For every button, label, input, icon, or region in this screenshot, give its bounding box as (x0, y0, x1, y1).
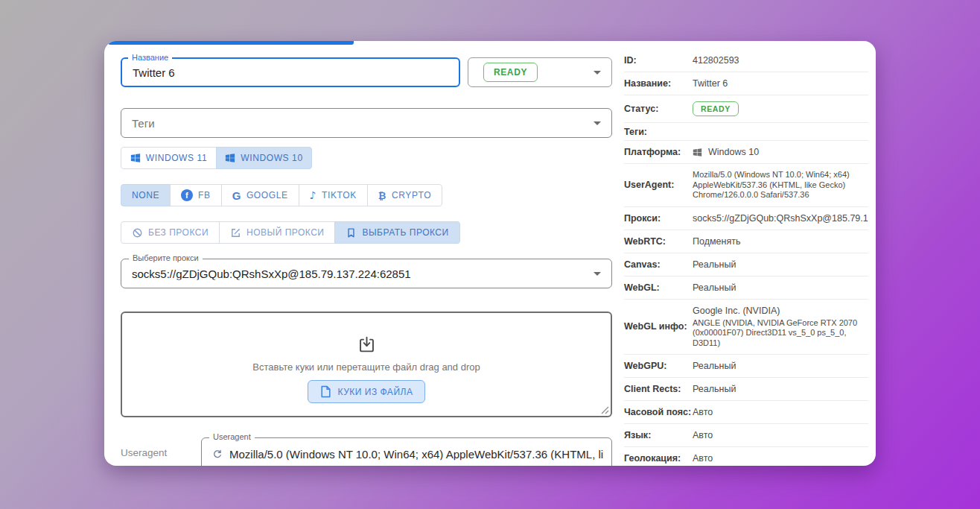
useragent-field-label: Useragent (209, 432, 255, 441)
summary-row-id: ID: 412802593 (624, 47, 868, 72)
summary-row-webrtc: WebRTC: Подменять (624, 230, 868, 253)
preset-google-button[interactable]: GOOGLE (221, 184, 299, 206)
row-label: ID: (624, 55, 693, 66)
preset-tab-group: NONE FB GOOGLE TIKTOK CRYPTO (121, 184, 442, 206)
row-label: Client Rects: (624, 384, 693, 394)
refresh-icon[interactable] (212, 449, 223, 459)
summary-row-webgl: WebGL: Реальный (624, 276, 868, 300)
no-proxy-label: БЕЗ ПРОКСИ (148, 227, 209, 238)
windows-11-label: WINDOWS 11 (146, 153, 207, 163)
webgl-vendor: Google Inc. (NVIDIA) (693, 306, 868, 316)
row-value: Реальный (693, 282, 868, 293)
bitcoin-icon (378, 190, 386, 201)
platform-value: Windows 10 (708, 147, 759, 157)
row-value: Авто (693, 430, 868, 440)
proxy-select-label: Выберите прокси (129, 253, 203, 262)
bookmark-icon (346, 227, 357, 238)
windows-logo-icon (225, 153, 235, 163)
proxy-select-value: socks5://gZDjGQub:QRshSxXp@185.79.137.22… (132, 268, 586, 280)
summary-row-webgpu: WebGPU: Реальный (624, 355, 868, 378)
summary-row-platform: Платформа: Windows 10 (624, 141, 868, 164)
summary-row-geolocation: Геолокация: Авто (624, 447, 868, 466)
cookies-from-file-label: КУКИ ИЗ ФАЙЛА (338, 387, 413, 397)
summary-row-useragent: UserAgent: Mozilla/5.0 (Windows NT 10.0;… (624, 164, 868, 207)
row-value: Авто (693, 407, 868, 417)
new-proxy-button[interactable]: НОВЫЙ ПРОКСИ (219, 221, 335, 244)
row-label: WebGL инфо: (624, 321, 693, 332)
cookies-from-file-button[interactable]: КУКИ ИЗ ФАЙЛА (308, 380, 426, 403)
windows-10-button[interactable]: WINDOWS 10 (216, 147, 312, 169)
useragent-row-label: Useragent (121, 447, 167, 458)
summary-row-status: Статус: READY (624, 95, 868, 123)
preset-fb-label: FB (198, 190, 211, 200)
no-proxy-button[interactable]: БЕЗ ПРОКСИ (121, 221, 220, 244)
row-label: Название: (624, 78, 693, 89)
useragent-field[interactable]: Useragent Mozilla/5.0 (Windows NT 10.0; … (201, 437, 612, 466)
active-tab-indicator (108, 41, 354, 45)
row-label: WebGL: (624, 282, 693, 293)
block-icon (132, 227, 143, 238)
profile-name-label: Название (128, 53, 172, 62)
row-value: 412802593 (693, 55, 868, 66)
status-select[interactable]: READY (468, 57, 612, 87)
status-badge: READY (483, 63, 538, 82)
facebook-icon (181, 189, 193, 201)
preset-google-label: GOOGLE (246, 190, 288, 200)
row-value: Mozilla/5.0 (Windows NT 10.0; Win64; x64… (693, 170, 868, 200)
row-value: Реальный (693, 384, 868, 394)
row-label: Canvas: (624, 259, 693, 270)
useragent-value: Mozilla/5.0 (Windows NT 10.0; Win64; x64… (229, 448, 604, 461)
preset-fb-button[interactable]: FB (170, 184, 222, 206)
status-badge: READY (693, 101, 739, 116)
row-label: Геолокация: (624, 453, 693, 464)
preset-none-label: NONE (132, 190, 159, 200)
row-value: Реальный (693, 361, 868, 371)
preset-tiktok-button[interactable]: TIKTOK (299, 184, 368, 206)
summary-row-canvas: Canvas: Реальный (624, 253, 868, 276)
row-label: WebRTC: (624, 236, 693, 247)
windows-10-label: WINDOWS 10 (241, 153, 302, 163)
row-value: Реальный (693, 259, 868, 270)
row-value: READY (693, 101, 868, 116)
row-label: UserAgent: (624, 180, 693, 190)
summary-row-webgl-info: WebGL инфо: Google Inc. (NVIDIA) ANGLE (… (624, 300, 868, 355)
cookies-hint-text: Вставьте куки или перетащите файл drag a… (252, 361, 480, 373)
profile-editor-dialog: Название Twitter 6 READY Теги WINDOWS 11 (104, 41, 876, 466)
resize-handle[interactable] (600, 405, 609, 414)
preset-none-button[interactable]: NONE (121, 184, 171, 206)
row-value: Windows 10 (693, 147, 868, 157)
summary-row-client-rects: Client Rects: Реальный (624, 378, 868, 401)
profile-summary-panel: ID: 412802593 Название: Twitter 6 Статус… (624, 41, 868, 466)
row-value: Авто (693, 453, 868, 464)
profile-name-field[interactable]: Название Twitter 6 (121, 57, 460, 87)
os-toggle-group: WINDOWS 11 WINDOWS 10 (121, 147, 312, 169)
summary-row-language: Язык: Авто (624, 424, 868, 447)
profile-name-value: Twitter 6 (133, 66, 433, 79)
summary-row-timezone: Часовой пояс: Авто (624, 401, 868, 424)
summary-row-proxy: Прокси: socks5://gZDjGQub:QRshSxXp@185.7… (624, 207, 868, 230)
file-icon (320, 385, 331, 398)
proxy-mode-group: БЕЗ ПРОКСИ НОВЫЙ ПРОКСИ ВЫБРАТЬ ПРОКСИ (121, 221, 460, 244)
summary-row-name: Название: Twitter 6 (624, 72, 868, 95)
row-label: Статус: (624, 104, 693, 114)
windows-11-button[interactable]: WINDOWS 11 (121, 147, 217, 169)
google-icon (232, 189, 241, 202)
windows-logo-icon (130, 153, 141, 163)
cookies-dropzone[interactable]: Вставьте куки или перетащите файл drag a… (121, 312, 612, 417)
preset-crypto-button[interactable]: CRYPTO (367, 184, 442, 206)
choose-proxy-label: ВЫБРАТЬ ПРОКСИ (362, 227, 448, 238)
chevron-down-icon (594, 71, 601, 75)
tags-select[interactable]: Теги (121, 108, 612, 138)
edit-icon (230, 227, 241, 238)
tiktok-icon (310, 189, 317, 201)
row-value: Twitter 6 (693, 78, 868, 89)
row-value: Google Inc. (NVIDIA) ANGLE (NVIDIA, NVID… (693, 306, 868, 349)
proxy-select[interactable]: Выберите прокси socks5://gZDjGQub:QRshSx… (121, 259, 612, 288)
windows-logo-icon (693, 148, 702, 157)
choose-proxy-button[interactable]: ВЫБРАТЬ ПРОКСИ (334, 221, 459, 244)
preset-crypto-label: CRYPTO (392, 190, 431, 200)
download-icon (357, 335, 377, 355)
chevron-down-icon (594, 272, 601, 276)
row-label: Платформа: (624, 147, 693, 157)
preset-tiktok-label: TIKTOK (322, 190, 357, 200)
